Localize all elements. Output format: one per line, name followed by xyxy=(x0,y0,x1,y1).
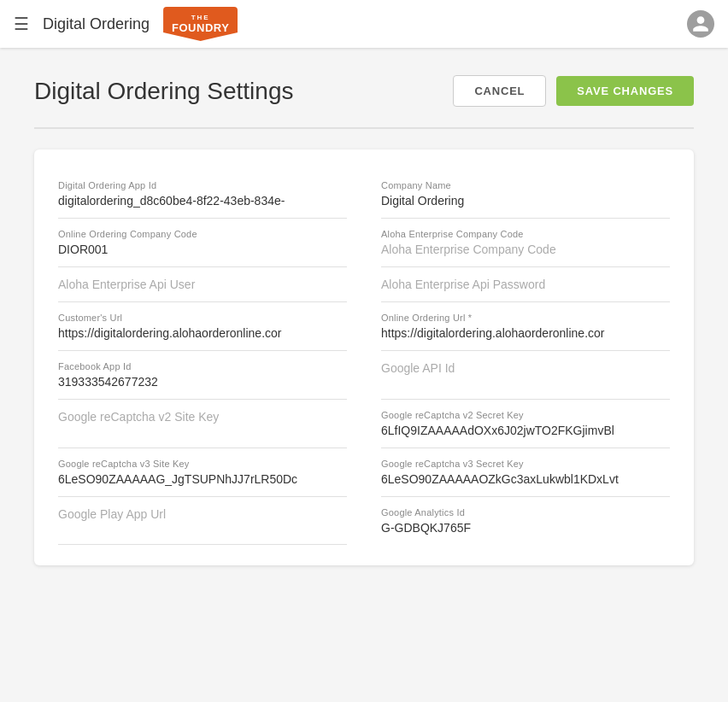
field-label: Facebook App Id xyxy=(58,361,347,371)
header-divider xyxy=(34,127,694,129)
field-group: Google Analytics IdG-GDBQKJ765F xyxy=(381,497,670,545)
save-changes-button[interactable]: SAVE CHANGES xyxy=(556,76,694,106)
field-group: Digital Ordering App Iddigitalordering_d… xyxy=(58,170,347,219)
field-value: Digital Ordering xyxy=(381,194,670,208)
field-label: Google reCaptcha v3 Site Key xyxy=(58,459,347,469)
field-placeholder: Google Play App Url xyxy=(58,507,347,521)
app-title: Digital Ordering xyxy=(43,15,150,33)
brand-logo: THE FOUNDRY xyxy=(163,7,238,41)
field-label: Online Ordering Url * xyxy=(381,313,670,323)
field-label: Online Ordering Company Code xyxy=(58,229,347,239)
logo-foundry-text: FOUNDRY xyxy=(172,21,229,34)
field-label: Company Name xyxy=(381,180,670,190)
field-value: 6LfIQ9IZAAAAAdOXx6J02jwTO2FKGjimvBl xyxy=(381,424,670,437)
logo-the-text: THE xyxy=(191,14,210,21)
field-value: DIOR001 xyxy=(58,243,347,256)
user-avatar[interactable] xyxy=(687,10,714,38)
top-navigation: ☰ Digital Ordering THE FOUNDRY xyxy=(0,0,728,48)
field-label: Customer's Url xyxy=(58,313,347,323)
field-label: Aloha Enterprise Company Code xyxy=(381,229,670,239)
fields-grid: Digital Ordering App Iddigitalordering_d… xyxy=(58,170,670,545)
field-label: Google reCaptcha v2 Secret Key xyxy=(381,410,670,420)
field-label: Google reCaptcha v3 Secret Key xyxy=(381,459,670,469)
page-content: Digital Ordering Settings CANCEL SAVE CH… xyxy=(0,48,728,593)
field-placeholder: Google API Id xyxy=(381,361,670,375)
page-title: Digital Ordering Settings xyxy=(34,78,453,105)
field-value: https://digitalordering.alohaorderonline… xyxy=(58,326,347,340)
field-group: Google reCaptcha v3 Secret Key6LeSO90ZAA… xyxy=(381,448,670,497)
field-group: Online Ordering Company CodeDIOR001 xyxy=(58,219,347,267)
field-group: Facebook App Id319333542677232 xyxy=(58,351,347,400)
field-group: Google reCaptcha v2 Secret Key6LfIQ9IZAA… xyxy=(381,400,670,448)
field-placeholder: Google reCaptcha v2 Site Key xyxy=(58,410,347,424)
field-group: Company NameDigital Ordering xyxy=(381,170,670,219)
cancel-button[interactable]: CANCEL xyxy=(453,75,546,107)
field-placeholder: Aloha Enterprise Api User xyxy=(58,278,347,291)
field-placeholder: Aloha Enterprise Company Code xyxy=(381,243,670,256)
field-group: Google reCaptcha v3 Site Key6LeSO90ZAAAA… xyxy=(58,448,347,497)
field-group: Aloha Enterprise Company CodeAloha Enter… xyxy=(381,219,670,267)
page-header: Digital Ordering Settings CANCEL SAVE CH… xyxy=(34,75,694,107)
field-label: Google Analytics Id xyxy=(381,507,670,518)
field-value: 6LeSO90ZAAAAAG_JgTSUPNhJJ7rLR50Dc xyxy=(58,472,347,486)
settings-card: Digital Ordering App Iddigitalordering_d… xyxy=(34,149,694,565)
menu-icon[interactable]: ☰ xyxy=(14,14,29,34)
field-placeholder: Aloha Enterprise Api Password xyxy=(381,278,670,291)
field-group: Google reCaptcha v2 Site Key xyxy=(58,400,347,448)
field-value: 6LeSO90ZAAAAAOZkGc3axLukwbl1KDxLvt xyxy=(381,472,670,486)
field-group: Google Play App Url xyxy=(58,497,347,545)
field-group: Online Ordering Url *https://digitalorde… xyxy=(381,302,670,351)
field-value: digitalordering_d8c60be4-8f22-43eb-834e- xyxy=(58,194,347,208)
field-value: 319333542677232 xyxy=(58,375,347,389)
field-group: Customer's Urlhttps://digitalordering.al… xyxy=(58,302,347,351)
field-group: Aloha Enterprise Api Password xyxy=(381,267,670,302)
field-group: Aloha Enterprise Api User xyxy=(58,267,347,302)
field-value: https://digitalordering.alohaorderonline… xyxy=(381,326,670,340)
field-group: Google API Id xyxy=(381,351,670,400)
field-label: Digital Ordering App Id xyxy=(58,180,347,190)
field-value: G-GDBQKJ765F xyxy=(381,521,670,535)
